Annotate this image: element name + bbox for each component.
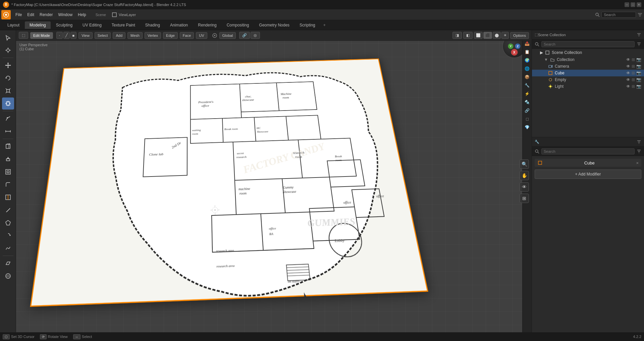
toolbar-poly-build[interactable] [2, 217, 14, 229]
vertex-menu-button[interactable]: Vertex [145, 32, 161, 39]
props-particles-icon[interactable]: ⚡ [524, 90, 531, 97]
props-scene-icon[interactable]: 🌍 [524, 57, 531, 64]
minimize-button[interactable]: ─ [625, 2, 629, 7]
empty-visible-icon[interactable]: 👁 [626, 77, 630, 82]
menu-help[interactable]: Help [75, 11, 89, 18]
light-visible-icon[interactable]: 👁 [626, 84, 630, 89]
camera-viewport-icon[interactable]: ⊞ [632, 64, 635, 69]
blender-logo[interactable] [1, 10, 11, 19]
toolbar-measure[interactable] [2, 125, 14, 137]
scene-collection-label[interactable]: ▶ Scene Collection [532, 49, 644, 56]
zoom-in-button[interactable]: 🔍 [520, 159, 529, 169]
cube-visible-icon[interactable]: 👁 [626, 71, 630, 75]
close-button[interactable]: ✕ [637, 2, 641, 7]
outliner-light-item[interactable]: Light 👁 ⊞ 📷 [532, 83, 644, 90]
menu-file[interactable]: File [13, 11, 24, 18]
floorplan-mesh[interactable]: President's office choc. showcase Machin… [30, 59, 428, 307]
light-render-icon[interactable]: 📷 [636, 84, 641, 89]
menu-window[interactable]: Window [55, 11, 75, 18]
wireframe-button[interactable]: ⬜ [474, 32, 483, 39]
add-modifier-button[interactable]: + Add Modifier [535, 169, 641, 179]
edge-menu-button[interactable]: Edge [163, 32, 178, 39]
collection-render-icon[interactable]: 📷 [636, 57, 641, 62]
outliner-empty-item[interactable]: Empty 👁 ⊞ 📷 [532, 76, 644, 83]
tab-texture-paint[interactable]: Texture Paint [107, 21, 140, 29]
solid-button[interactable]: ⬛ [483, 32, 492, 39]
tab-rendering[interactable]: Rendering [193, 21, 221, 29]
cube-render-icon[interactable]: 📷 [636, 71, 641, 75]
add-menu-button[interactable]: Add [113, 32, 125, 39]
rendered-button[interactable]: ☀ [501, 32, 509, 39]
camera-render-icon[interactable]: 📷 [636, 64, 641, 69]
toolbar-transform[interactable] [2, 97, 14, 110]
gizmo-x-axis[interactable]: X [511, 49, 518, 56]
select-menu-button[interactable]: Select [95, 32, 111, 39]
viewport[interactable]: ⬚ Edit Mode ⬝ ╱ ■ View Select Add Mesh V… [16, 30, 532, 332]
edit-mode-button[interactable]: Edit Mode [30, 32, 53, 39]
tab-compositing[interactable]: Compositing [222, 21, 254, 29]
toolbar-scale[interactable] [2, 85, 14, 97]
global-search-input[interactable]: Search [601, 12, 636, 18]
props-material-icon[interactable]: 💎 [524, 124, 531, 131]
transform-space-button[interactable]: Global [219, 32, 236, 39]
toolbar-knife[interactable] [2, 204, 14, 216]
tab-sculpting[interactable]: Sculpting [51, 21, 77, 29]
ortho-button[interactable]: ⊞ [520, 194, 529, 203]
toolbar-add-cube[interactable] [2, 140, 14, 152]
light-viewport-icon[interactable]: ⊞ [632, 84, 635, 89]
snap-button[interactable]: 🔗 [239, 32, 250, 39]
cube-viewport-icon[interactable]: ⊞ [632, 71, 635, 75]
uv-menu-button[interactable]: UV [196, 32, 207, 39]
collection-row[interactable]: ▼ Collection 👁 ⊞ 📷 [532, 56, 644, 63]
tab-scripting[interactable]: Scripting [295, 21, 320, 29]
tab-uv-editing[interactable]: UV Editing [78, 21, 106, 29]
props-modifier-icon[interactable]: 🔧 [524, 82, 531, 89]
empty-viewport-icon[interactable]: ⊞ [632, 77, 635, 82]
editor-type-button[interactable]: ⬚ [19, 32, 28, 39]
gizmo-z-axis[interactable]: Z [515, 44, 521, 49]
xray-button[interactable]: ◧ [463, 32, 473, 39]
toolbar-move[interactable] [2, 59, 14, 71]
outliner-cube-item[interactable]: Cube 👁 ⊞ 📷 [532, 70, 644, 76]
props-physics-icon[interactable]: 🔩 [524, 98, 531, 106]
menu-edit[interactable]: Edit [24, 11, 37, 18]
menu-render[interactable]: Render [37, 11, 55, 18]
material-preview-button[interactable]: ⬤ [493, 32, 501, 39]
tab-animation[interactable]: Animation [165, 21, 193, 29]
props-viewlayer-icon[interactable]: 📋 [524, 48, 531, 56]
add-workspace-button[interactable]: + [321, 21, 328, 29]
toolbar-spin[interactable] [2, 229, 14, 242]
vertex-select-button[interactable]: ⬝ [56, 32, 63, 39]
face-select-button[interactable]: ■ [70, 32, 77, 39]
tab-geometry-nodes[interactable]: Geometry Nodes [254, 21, 294, 29]
toolbar-inset[interactable] [2, 166, 14, 178]
empty-render-icon[interactable]: 📷 [636, 77, 641, 82]
outliner-search-filter-icon[interactable] [637, 42, 641, 47]
toolbar-cursor[interactable] [2, 44, 14, 56]
props-object-icon[interactable]: 📦 [524, 73, 531, 81]
overlay-button[interactable]: ◨ [452, 32, 462, 39]
collection-viewport-icon[interactable]: ⊞ [632, 57, 635, 62]
maximize-button[interactable]: □ [631, 2, 635, 7]
gizmo-y-axis[interactable]: Y [508, 44, 514, 49]
toolbar-loop-cut[interactable] [2, 191, 14, 203]
toolbar-smooth[interactable] [2, 242, 14, 254]
toolbar-annotate[interactable] [2, 113, 14, 125]
view-menu-button[interactable]: View [78, 32, 93, 39]
props-data-icon[interactable]: ◻ [524, 115, 531, 123]
pan-button[interactable]: ✋ [520, 171, 529, 180]
toolbar-extrude[interactable] [2, 153, 14, 165]
toolbar-select[interactable] [2, 31, 14, 44]
props-constraint-icon[interactable]: 🔗 [524, 107, 531, 114]
props-world-icon[interactable]: 🌐 [524, 65, 531, 72]
filter-icon[interactable] [637, 12, 643, 17]
toolbar-rotate[interactable] [2, 72, 14, 84]
props-output-icon[interactable]: 📤 [524, 40, 531, 47]
outliner-search-input[interactable] [541, 41, 635, 47]
tab-layout[interactable]: Layout [3, 21, 24, 29]
properties-close-button[interactable]: × [636, 160, 639, 165]
collection-visible-icon[interactable]: 👁 [626, 57, 630, 62]
camera-button[interactable]: 👁 [520, 182, 529, 192]
properties-search-filter-icon[interactable] [637, 149, 641, 154]
edge-select-button[interactable]: ╱ [63, 32, 70, 39]
